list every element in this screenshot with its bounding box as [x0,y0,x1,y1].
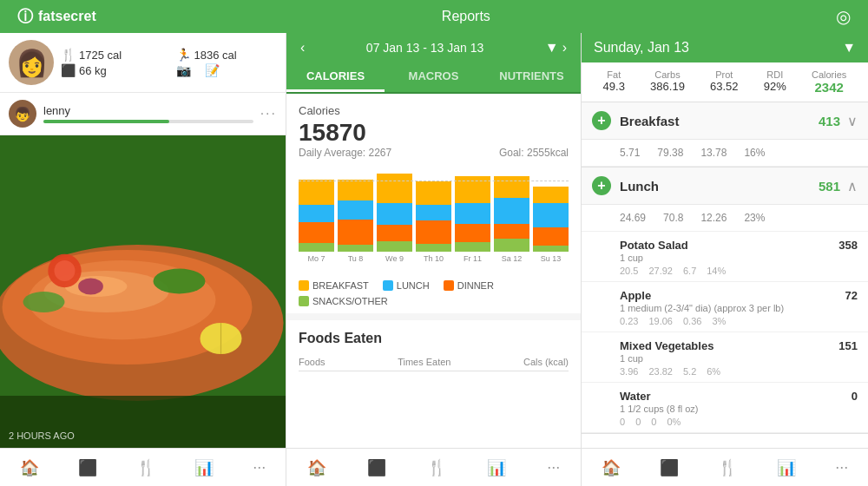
right-header-dropdown[interactable]: ▼ [842,40,856,56]
nav-diary-right[interactable]: ⬛ [653,455,686,481]
scale-icon: ⬛ [61,63,76,77]
top-header: ⓘ fatsecret Reports ◎ [0,0,868,33]
nav-diary-left[interactable]: ⬛ [71,455,104,481]
meal-add-button[interactable]: + [592,176,611,195]
nav-more-right[interactable]: ··· [828,455,855,480]
bar-seg-dinner [299,222,334,243]
bar-label: Tu 8 [348,254,364,263]
friend-name: lenny [43,104,253,117]
svg-point-9 [55,260,76,281]
reports-icon[interactable]: 📊 [194,458,214,477]
nut-calories-label: Calories [812,69,846,80]
food-macro: 0.23 [620,316,638,326]
meal-expand-icon[interactable]: ∧ [847,178,858,194]
food-item-name-row: Mixed Vegetables151 [620,339,858,352]
food-icon-right[interactable]: 🍴 [718,458,737,477]
nav-food-left[interactable]: 🍴 [129,455,162,481]
stat-camera[interactable]: 📷 📝 [176,63,278,77]
meal-expand-icon[interactable]: ∨ [847,113,858,129]
diary-icon-mid[interactable]: ⬛ [367,458,386,477]
food-macro: 6.7 [683,266,696,276]
home-icon[interactable]: 🏠 [20,458,39,477]
reports-icon-mid[interactable]: 📊 [487,458,506,477]
meal-header[interactable]: +Breakfast413∨ [582,102,868,140]
nav-home-mid[interactable]: 🏠 [300,455,333,481]
food-calories: 151 [838,339,858,352]
food-item-macros: 3.9623.825.26% [620,364,858,378]
bar-seg-snacks [299,243,334,252]
food-macro: 3% [712,316,726,326]
legend-item: SNACKS/OTHER [299,296,388,306]
foods-eaten: Foods Eaten Foods Times Eaten Cals (kcal… [286,320,581,448]
tab-calories[interactable]: CALORIES [286,62,385,92]
legend-label: DINNER [457,280,494,291]
meal-header[interactable]: +Lunch581∧ [582,167,868,205]
more-dots[interactable]: ··· [260,106,277,122]
nav-food-mid[interactable]: 🍴 [420,455,453,481]
nav-reports-left[interactable]: 📊 [187,455,220,481]
food-icon[interactable]: 🍴 [136,458,155,477]
nav-more-mid[interactable]: ··· [540,455,567,480]
macro-value: 70.8 [663,212,683,224]
more-icon-right[interactable]: ··· [835,458,848,476]
target-icon: ◎ [836,6,851,27]
nav-diary-mid[interactable]: ⬛ [360,455,393,481]
date-dropdown-arrow[interactable]: ▼ [545,40,559,56]
diary-icon-right[interactable]: ⬛ [660,458,679,477]
nav-food-right[interactable]: 🍴 [711,455,744,481]
friend-row[interactable]: 👦 lenny ··· [0,93,286,135]
nav-reports-mid[interactable]: 📊 [480,455,513,481]
more-icon[interactable]: ··· [253,458,266,476]
nut-carbs-value: 386.19 [650,80,685,93]
stat-exercise-calories: 🏃 1836 cal [176,48,278,62]
left-panel: 👩 🍴 1725 cal 🏃 1836 cal ⬛ 66 kg [0,33,286,486]
chart-area: Calories 15870 Daily Average: 2267 Goal:… [286,94,581,273]
date-next-arrow[interactable]: › [559,40,570,56]
bar-col-Fr11: Fr 11 [455,176,490,263]
food-image [0,135,286,448]
bar-col-Su13: Su 13 [533,187,569,263]
food-name: Mixed Vegetables [620,339,713,352]
nav-reports-right[interactable]: 📊 [770,455,803,481]
food-icon-mid[interactable]: 🍴 [427,458,446,477]
tab-macros[interactable]: MACROS [385,62,483,92]
food-item[interactable]: Water01 1/2 cups (8 fl oz)0000% [582,383,868,433]
right-header-date: Sunday, Jan 13 [594,40,689,56]
meal-calories: 413 [819,114,840,128]
tab-nutrients[interactable]: NUTRIENTS [483,62,581,92]
meal-list: +Breakfast413∨5.7179.3813.7816%+Lunch581… [582,102,868,448]
nav-more-left[interactable]: ··· [246,455,273,480]
bar-seg-breakfast [494,176,529,198]
reports-icon-right[interactable]: 📊 [777,458,796,477]
meal-add-button[interactable]: + [592,111,611,130]
nav-home-right[interactable]: 🏠 [595,455,628,481]
home-icon-right[interactable]: 🏠 [602,458,621,477]
nut-rdi-value: 92% [764,80,786,93]
macro-value: 79.38 [657,147,683,159]
bar-seg-snacks [455,242,490,252]
bar-seg-snacks [494,239,529,252]
food-item[interactable]: Apple721 medium (2-3/4" dia) (approx 3 p… [582,282,868,332]
nut-carbs-label: Carbs [650,69,685,80]
nav-home-left[interactable]: 🏠 [13,455,46,481]
bar-label: Sa 12 [502,254,523,263]
col-foods: Foods [299,357,326,367]
bar-seg-snacks [338,245,373,252]
bar-label: We 9 [385,254,404,263]
meal-calories: 581 [819,179,840,194]
food-macro: 23.82 [648,366,673,377]
nut-prot-label: Prot [710,69,739,80]
bar-seg-snacks [533,246,569,252]
food-item[interactable]: Potato Salad3581 cup20.527.926.714% [582,232,868,282]
food-item[interactable]: Mixed Vegetables1511 cup3.9623.825.26% [582,332,868,383]
food-macro: 20.5 [620,266,638,276]
more-icon-mid[interactable]: ··· [547,458,560,476]
meal-name: Breakfast [620,114,819,128]
home-icon-mid[interactable]: 🏠 [307,458,326,477]
edit-icon[interactable]: 📝 [205,63,220,77]
date-prev-arrow[interactable]: ‹ [297,40,308,56]
camera-icon[interactable]: 📷 [176,63,191,77]
food-calories: 0 [852,390,858,403]
food-macro: 14% [707,266,726,276]
diary-icon[interactable]: ⬛ [78,458,97,477]
